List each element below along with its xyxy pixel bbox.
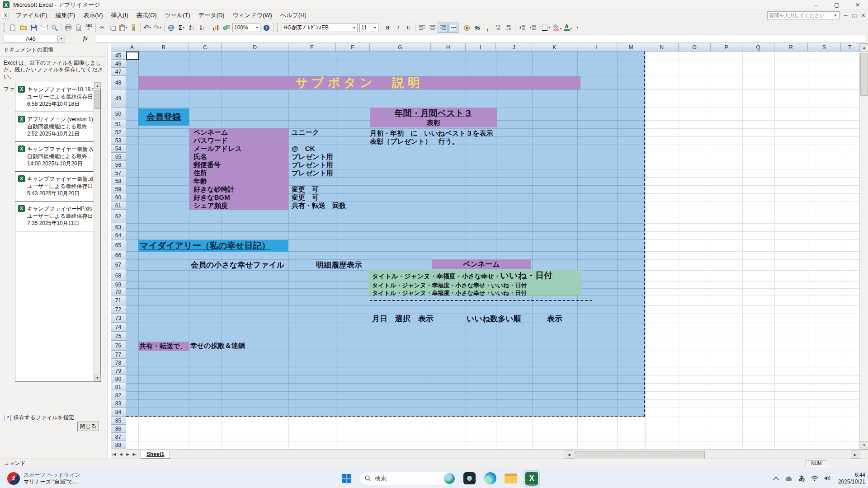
zoom-select[interactable]: 100%▼ bbox=[232, 23, 260, 32]
drawing-button[interactable] bbox=[221, 23, 231, 33]
italic-button[interactable]: I bbox=[393, 23, 403, 33]
row-header-51[interactable]: 51 bbox=[111, 120, 126, 128]
horizontal-scroll-thumb[interactable] bbox=[574, 451, 705, 458]
menu-item[interactable]: ファイル(F) bbox=[12, 10, 52, 21]
toolbar-grip[interactable] bbox=[4, 23, 6, 32]
percent-style-button[interactable]: % bbox=[472, 23, 482, 33]
menu-item[interactable]: ツール(T) bbox=[161, 10, 194, 21]
column-header-P[interactable]: P bbox=[711, 43, 742, 52]
row-header-46[interactable]: 46 bbox=[111, 60, 126, 68]
row-header-87[interactable]: 87 bbox=[111, 433, 126, 441]
row-header-84[interactable]: 84 bbox=[111, 408, 126, 417]
formula-input[interactable] bbox=[96, 35, 865, 42]
row-header-76[interactable]: 76 bbox=[111, 341, 126, 351]
row-header-73[interactable]: 73 bbox=[111, 314, 126, 323]
row-header-69[interactable]: 69 bbox=[111, 281, 126, 288]
row-header-78[interactable]: 78 bbox=[111, 359, 126, 367]
workbook-close-button[interactable]: ✕ bbox=[861, 13, 865, 19]
widgets-button[interactable]: 2 スポーツ ヘッドライン マリナーズ “自滅”で… bbox=[5, 470, 83, 487]
increase-decimal-button[interactable]: +.0.00 bbox=[493, 23, 503, 33]
row-header-49[interactable]: 49 bbox=[111, 89, 126, 108]
autosum-button[interactable]: Σ▾ bbox=[176, 23, 187, 33]
align-left-button[interactable] bbox=[417, 23, 427, 33]
column-header-E[interactable]: E bbox=[288, 43, 336, 52]
minimize-button[interactable]: ─ bbox=[806, 0, 826, 9]
menu-item[interactable]: 挿入(I) bbox=[107, 10, 132, 21]
last-sheet-icon[interactable]: ▶| bbox=[131, 451, 138, 458]
scroll-up-icon[interactable]: ▲ bbox=[94, 82, 101, 89]
scroll-right-icon[interactable]: ▶ bbox=[851, 450, 859, 459]
row-header-53[interactable]: 53 bbox=[111, 136, 126, 145]
taskbar-search-box[interactable]: 検索 bbox=[359, 472, 457, 485]
row-header-81[interactable]: 81 bbox=[111, 383, 126, 391]
recovered-file-item[interactable]: Xキャンプファイヤー10.18.xls ...ユーザーによる最終保存日...6:… bbox=[15, 82, 100, 112]
row-header-58[interactable]: 58 bbox=[111, 177, 126, 185]
taskbar-app-explorer[interactable] bbox=[503, 470, 519, 487]
column-header-G[interactable]: G bbox=[370, 43, 431, 52]
help-button[interactable]: ? bbox=[261, 23, 272, 33]
search-highlight-image[interactable] bbox=[444, 473, 455, 484]
row-header-68[interactable]: 68 bbox=[111, 270, 126, 281]
row-header-62[interactable]: 62 bbox=[111, 210, 126, 223]
menu-item[interactable]: 表示(V) bbox=[79, 10, 107, 21]
row-header-45[interactable]: 45 bbox=[111, 52, 126, 60]
column-header-A[interactable]: A bbox=[126, 43, 138, 52]
column-header-O[interactable]: O bbox=[679, 43, 711, 52]
row-header-72[interactable]: 72 bbox=[111, 305, 126, 314]
hyperlink-button[interactable] bbox=[166, 23, 176, 33]
align-center-button[interactable] bbox=[427, 23, 438, 33]
taskbar-app-edge[interactable] bbox=[482, 470, 498, 487]
prev-sheet-icon[interactable]: ◀ bbox=[118, 451, 124, 458]
column-header-T[interactable]: T bbox=[841, 43, 859, 52]
paste-button[interactable]: ▾ bbox=[118, 23, 128, 33]
menu-item[interactable]: データ(D) bbox=[194, 10, 229, 21]
recovered-file-item[interactable]: Xキャンプファイヤー最新.xlsユーザーによる最終保存日...5:43 2025… bbox=[15, 172, 100, 202]
borders-button[interactable]: ▾ bbox=[541, 23, 551, 33]
column-header-K[interactable]: K bbox=[532, 43, 577, 52]
scroll-left-icon[interactable]: ◀ bbox=[565, 450, 573, 459]
column-header-R[interactable]: R bbox=[774, 43, 808, 52]
new-document-button[interactable] bbox=[8, 23, 18, 33]
row-header-52[interactable]: 52 bbox=[111, 128, 126, 136]
row-header-61[interactable]: 61 bbox=[111, 202, 126, 210]
fill-color-button[interactable]: ▾ bbox=[551, 23, 561, 33]
first-sheet-icon[interactable]: |◀ bbox=[111, 451, 118, 458]
select-all-corner[interactable] bbox=[111, 43, 126, 52]
column-header-B[interactable]: B bbox=[138, 43, 189, 52]
chart-wizard-button[interactable] bbox=[211, 23, 221, 33]
sort-descending-button[interactable]: ZA↓ bbox=[197, 23, 208, 33]
start-button[interactable] bbox=[338, 470, 354, 487]
redo-button[interactable]: ↷▾ bbox=[152, 23, 163, 33]
next-sheet-icon[interactable]: ▶ bbox=[124, 451, 131, 458]
row-header-74[interactable]: 74 bbox=[111, 323, 126, 332]
column-header-L[interactable]: L bbox=[577, 43, 617, 52]
recovery-scroll-thumb[interactable] bbox=[94, 90, 100, 109]
which-file-to-save-link[interactable]: 保存するファイルを指定 bbox=[14, 414, 74, 422]
taskbar-app-excel[interactable]: X bbox=[524, 470, 540, 487]
worksheet-area[interactable]: サブボタン 説明会員登録ペンネームパスワードメールアドレス氏名郵便番号住所年齢好… bbox=[111, 43, 868, 450]
search-button[interactable] bbox=[49, 23, 60, 33]
volume-icon[interactable] bbox=[824, 475, 831, 481]
column-header-I[interactable]: I bbox=[466, 43, 496, 52]
row-header-63[interactable]: 63 bbox=[111, 223, 126, 231]
column-header-C[interactable]: C bbox=[189, 43, 222, 52]
name-box-dropdown[interactable]: ▼ bbox=[58, 35, 65, 42]
row-header-88[interactable]: 88 bbox=[111, 441, 126, 449]
column-header-J[interactable]: J bbox=[496, 43, 532, 52]
row-header-56[interactable]: 56 bbox=[111, 161, 126, 169]
row-header-64[interactable]: 64 bbox=[111, 231, 126, 239]
toolbar-grip-2[interactable] bbox=[277, 23, 279, 32]
row-header-66[interactable]: 66 bbox=[111, 251, 126, 259]
decrease-indent-button[interactable] bbox=[517, 23, 527, 33]
underline-button[interactable]: U bbox=[403, 23, 414, 33]
mail-button[interactable] bbox=[39, 23, 49, 33]
row-header-50[interactable]: 50 bbox=[111, 108, 126, 120]
row-header-55[interactable]: 55 bbox=[111, 153, 126, 161]
save-button[interactable] bbox=[28, 23, 39, 33]
menu-item[interactable]: 編集(E) bbox=[52, 10, 79, 21]
maximize-button[interactable]: ▢ bbox=[826, 0, 847, 9]
row-header-80[interactable]: 80 bbox=[111, 375, 126, 383]
column-header-D[interactable]: D bbox=[222, 43, 288, 52]
scroll-up-icon[interactable]: ▲ bbox=[860, 43, 868, 52]
bold-button[interactable]: B bbox=[382, 23, 393, 33]
